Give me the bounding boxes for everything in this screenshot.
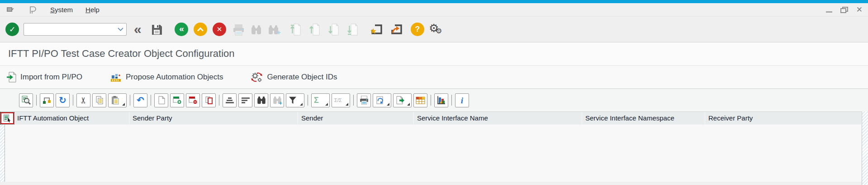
question-icon: ? (415, 25, 420, 34)
hierarchy-button[interactable] (40, 93, 54, 107)
title-bar: IFTT PI/PO Test Case Creator Object Conf… (0, 42, 868, 66)
page-down-icon (328, 23, 339, 36)
collapse-toolbar-icon[interactable]: « (134, 22, 142, 37)
import-document-icon (6, 72, 16, 83)
binoculars-icon (256, 96, 266, 105)
column-header-service-interface-namespace[interactable]: Service Interface Namespace (582, 112, 705, 125)
filter-button[interactable] (286, 93, 304, 107)
menu-system-rest: ystem (55, 6, 73, 14)
page-up-icon (309, 23, 320, 36)
minimize-button[interactable] (826, 11, 832, 13)
page-last-icon (347, 23, 358, 36)
back-button[interactable]: « (175, 23, 188, 36)
sort-descending-button[interactable] (238, 93, 252, 107)
session-menu-icon[interactable] (6, 6, 15, 13)
window-controls: ✕ (826, 6, 863, 14)
generate-object-ids-button[interactable]: Generate Object IDs (251, 72, 337, 83)
choose-layout-button[interactable] (413, 93, 427, 107)
column-header-sender[interactable]: Sender (298, 112, 414, 125)
details-button[interactable] (19, 93, 33, 107)
generate-object-ids-label: Generate Object IDs (267, 73, 337, 82)
cancel-button[interactable]: ✕ (213, 23, 226, 36)
command-field[interactable] (24, 23, 127, 36)
find-next-button[interactable]: + (270, 93, 284, 107)
grid-right-margin-hatch (862, 111, 868, 185)
sap-gui-window: System Help ✕ ✓ « « ✕ (0, 0, 868, 185)
sort-ascending-icon (226, 97, 234, 103)
menu-help-key: H (85, 6, 90, 14)
menu-bar: System Help ✕ (0, 3, 868, 16)
select-all-button[interactable] (0, 112, 14, 124)
graphic-button[interactable] (434, 93, 448, 107)
menu-help[interactable]: Help (85, 6, 100, 14)
printer-icon (359, 96, 369, 105)
refresh-button[interactable]: ↻ (56, 93, 70, 107)
column-header-iftt-automation-object[interactable]: IFTT Automation Object (14, 112, 129, 125)
floppy-icon (151, 24, 162, 35)
info-icon: i (461, 96, 463, 105)
toolbar-separator (73, 95, 73, 106)
enter-button[interactable]: ✓ (5, 23, 19, 36)
filter-funnel-icon (289, 96, 297, 105)
copy-button[interactable] (92, 93, 106, 107)
command-input[interactable] (26, 24, 118, 35)
application-toolbar: Import from PI/PO Propose Automation Obj… (0, 66, 868, 88)
print-preview-button[interactable] (373, 93, 391, 107)
last-page-button-disabled (347, 23, 358, 37)
column-header-sender-party[interactable]: Sender Party (129, 112, 298, 125)
duplicate-row-button[interactable] (202, 93, 216, 107)
insert-row-button[interactable] (170, 93, 184, 107)
plus-icon: + (279, 100, 282, 106)
undo-button[interactable]: ↶ (133, 93, 147, 107)
first-page-button-disabled (290, 23, 301, 37)
toolbar-separator (451, 95, 452, 106)
chevron-down-icon[interactable] (118, 28, 123, 31)
propose-automation-objects-label: Propose Automation Objects (126, 73, 223, 82)
next-page-button-disabled (328, 23, 339, 37)
sort-ascending-button[interactable] (223, 93, 237, 107)
export-button[interactable] (393, 93, 412, 107)
details-magnifier-icon (21, 95, 31, 105)
check-icon: ✓ (9, 25, 15, 34)
undo-icon: ↶ (137, 96, 144, 105)
save-button[interactable] (151, 24, 162, 37)
print-preview-icon (375, 96, 385, 105)
copy-icon (95, 96, 104, 105)
propose-automation-objects-button[interactable]: Propose Automation Objects (110, 73, 223, 82)
binoculars-icon (251, 24, 262, 35)
info-button[interactable]: i (455, 93, 469, 107)
grid-toolbar: ↻ ✂ ↶ (0, 88, 868, 111)
exit-button[interactable] (194, 23, 207, 36)
printer-icon (232, 24, 245, 36)
column-header-receiver-party[interactable]: Receiver Party (705, 112, 862, 125)
find-button-disabled (251, 24, 262, 37)
gear-small-icon: ⚙ (436, 28, 442, 35)
find-button[interactable] (254, 93, 268, 107)
refresh-icon: ↻ (59, 96, 66, 105)
layout-grid-icon (416, 97, 425, 104)
help-button[interactable]: ? (411, 23, 424, 36)
previous-page-button-disabled (309, 23, 320, 37)
toolbar-separator (219, 95, 219, 106)
customize-layout-button[interactable]: ⚙ ⚙ (429, 23, 444, 37)
delete-row-icon (188, 96, 198, 105)
paste-button[interactable] (108, 93, 127, 107)
new-entry-button[interactable] (154, 93, 168, 107)
new-session-button[interactable] (370, 24, 383, 37)
menu-system[interactable]: System (50, 6, 73, 14)
restore-button[interactable] (840, 7, 848, 13)
create-shortcut-button[interactable] (390, 24, 403, 37)
toolbar-separator (308, 95, 308, 106)
column-header-service-interface-name[interactable]: Service Interface Name (414, 112, 582, 125)
toolbar-separator (36, 95, 37, 106)
cut-button[interactable]: ✂ (76, 93, 90, 107)
page-title: IFTT PI/PO Test Case Creator Object Conf… (0, 42, 868, 65)
sap-logon-icon (28, 5, 38, 14)
import-from-pipo-button[interactable]: Import from PI/PO (6, 72, 82, 83)
close-button[interactable]: ✕ (856, 6, 863, 14)
delete-row-button[interactable] (186, 93, 200, 107)
print-button[interactable] (357, 93, 371, 107)
sum-button[interactable]: Σ (311, 93, 330, 107)
sort-descending-icon (242, 97, 250, 103)
subtotal-button[interactable]: Σ/Σ (332, 93, 350, 107)
